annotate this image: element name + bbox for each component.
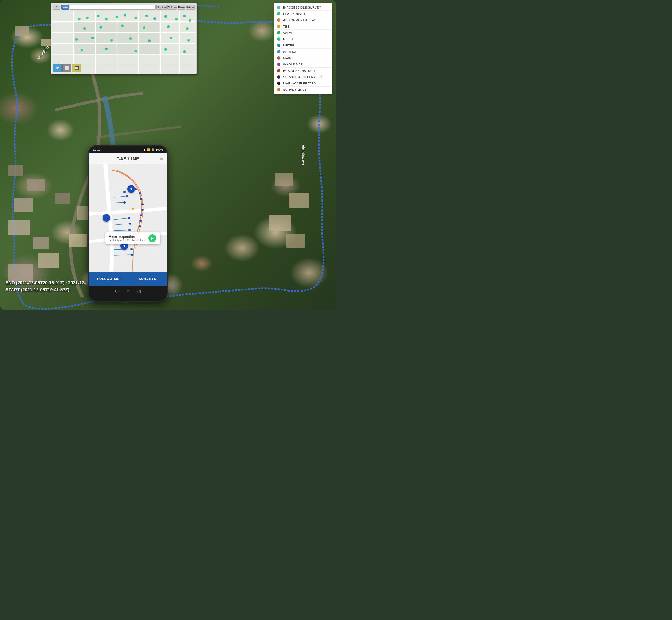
svg-point-47 (148, 39, 151, 42)
legend-label-riser: RISER (283, 38, 293, 41)
android-back-btn[interactable]: ⬡ (115, 289, 118, 293)
phone-map-area[interactable]: 1 2 3 Meter Inspection Leak Class 1 · 11… (89, 164, 167, 272)
svg-point-40 (143, 27, 146, 29)
legend-icon-whole-map (277, 62, 281, 66)
desktop-toolbar[interactable]: ≡ Active My things All things Export Set… (51, 3, 196, 11)
svg-point-65 (123, 191, 126, 193)
map-control-btn2[interactable]: ⬜ (62, 63, 71, 72)
svg-point-68 (127, 217, 130, 219)
legend-icon-leak (277, 11, 281, 16)
wifi-icon: 📶 (147, 148, 150, 151)
legend-label-meter: METER (283, 44, 294, 47)
legend-icon-riser (277, 37, 281, 41)
android-home-btn[interactable]: ○ (127, 289, 129, 293)
android-recent-btn[interactable]: ◁ (137, 289, 141, 293)
legend-item-main: MAIN (274, 55, 332, 61)
svg-point-49 (187, 39, 190, 42)
svg-point-78 (140, 214, 142, 216)
desktop-map-content[interactable]: 🗺 ⬜ 🔲 (51, 11, 196, 74)
phone-bottom-nav: FOLLOW ME SURVEYS (89, 272, 167, 286)
battery-icon: 🔋 (151, 148, 155, 151)
svg-point-46 (129, 37, 132, 40)
toolbar-menu-btn[interactable]: ≡ (53, 5, 60, 10)
toolbar-export-btn[interactable]: Export (178, 5, 185, 10)
toolbar-active-btn[interactable]: Active (61, 5, 69, 10)
svg-point-33 (164, 15, 167, 18)
map-controls[interactable]: 🗺 ⬜ 🔲 (53, 63, 81, 72)
legend-icon-business (277, 68, 281, 73)
legend-item-inaccessible: INACCESSIBLE SURVEY (274, 4, 332, 11)
svg-rect-14 (117, 22, 138, 32)
legend-item-valve: VALVE (274, 30, 332, 36)
svg-point-48 (170, 37, 172, 39)
svg-point-67 (123, 201, 126, 204)
svg-point-34 (175, 18, 178, 20)
svg-point-35 (183, 14, 186, 17)
svg-point-77 (141, 209, 144, 211)
legend-item-service: SERVICE (274, 49, 332, 55)
legend-label-whole-map: WHOLE MAP (283, 63, 303, 66)
popup-subtitle: Leak Class 1 · 110 Main Street (109, 239, 146, 242)
legend-label-assignment: ASSIGNMENT AREAS (283, 18, 316, 22)
legend-icon-assignment (277, 18, 281, 22)
legend-label-survey-lines: SURVEY LINES (283, 88, 307, 91)
legend-item-leak: LEAK SURVEY (274, 11, 332, 17)
toolbar-settings-btn[interactable]: Settings (186, 5, 195, 10)
svg-point-76 (141, 203, 144, 205)
svg-point-38 (100, 26, 102, 29)
svg-rect-13 (96, 22, 117, 32)
svg-point-54 (183, 50, 186, 53)
legend-item-survey-lines: SURVEY LINES (274, 87, 332, 93)
meter-inspection-popup[interactable]: Meter Inspection Leak Class 1 · 110 Main… (105, 232, 160, 244)
svg-point-50 (80, 49, 83, 52)
svg-point-51 (105, 48, 108, 50)
toolbar-mythings-btn[interactable]: My things (157, 5, 166, 10)
svg-point-75 (140, 198, 142, 200)
surveys-btn[interactable]: SURVEYS (128, 272, 167, 286)
battery-label: 100% (156, 148, 163, 151)
svg-point-41 (167, 25, 170, 28)
phone-map-svg (89, 164, 167, 272)
svg-point-39 (121, 24, 124, 27)
legend-item-tee: TEE (274, 23, 332, 30)
legend-label-valve: VALVE (283, 31, 293, 34)
legend-icon-main-acc (277, 81, 281, 86)
svg-rect-22 (117, 44, 138, 54)
svg-point-74 (138, 192, 141, 195)
popup-action-btn[interactable]: ▶ (149, 235, 156, 242)
phone-status-icons: ▲ 📶 🔋 100% (143, 148, 163, 151)
legend-icon-meter (277, 43, 281, 48)
map-control-btn1[interactable]: 🗺 (53, 63, 62, 72)
map-marker-2[interactable]: 2 (103, 214, 110, 222)
desktop-map-panel: ≡ Active My things All things Export Set… (51, 3, 197, 74)
legend-item-service-acc: SERVICE ACCELERATED (274, 74, 332, 80)
svg-point-71 (130, 248, 132, 250)
legend-icon-tee (277, 24, 281, 29)
phone-app-title: GAS LINE (116, 157, 139, 161)
svg-point-66 (126, 195, 128, 197)
legend-panel: INACCESSIBLE SURVEY LEAK SURVEY ASSIGNME… (274, 3, 332, 94)
legend-item-main-acc: MAIN ACCELERATED (274, 80, 332, 87)
svg-rect-23 (139, 44, 160, 54)
satellite-background: Celande St Alpinglow Ave END (2021-12-06… (0, 0, 336, 310)
toolbar-search-input[interactable] (70, 5, 156, 10)
phone-android-bar: ⬡ ○ ◁ (89, 286, 167, 296)
svg-point-31 (146, 14, 148, 17)
phone-menu-icon[interactable]: ≡ (160, 156, 163, 162)
legend-label-main-acc: MAIN ACCELERATED (283, 82, 316, 85)
follow-me-btn[interactable]: FOLLOW ME (89, 272, 128, 286)
legend-icon-service-acc (277, 75, 281, 79)
legend-label-main: MAIN (283, 56, 291, 60)
phone-app-header: GAS LINE ≡ (89, 153, 167, 164)
map-control-btn3[interactable]: 🔲 (72, 63, 81, 72)
svg-point-44 (91, 37, 94, 39)
svg-point-36 (188, 19, 191, 22)
map-marker-3[interactable]: 3 (127, 185, 135, 193)
legend-icon-main (277, 56, 281, 60)
toolbar-allthings-btn[interactable]: All things (167, 5, 177, 10)
svg-rect-15 (139, 22, 160, 32)
svg-point-37 (83, 27, 86, 30)
legend-item-business: BUSINESS DISTRICT (274, 68, 332, 74)
svg-point-70 (128, 229, 130, 231)
start-timestamp: START (2021-12-06T19:41:57Z) (5, 288, 69, 292)
